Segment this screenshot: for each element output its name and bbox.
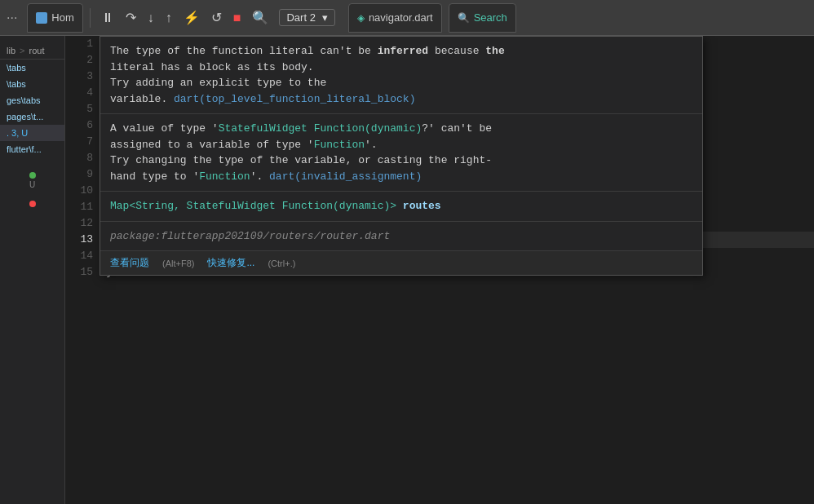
breadcrumb-rout: rout xyxy=(29,46,45,55)
dart-version-label: Dart 2 xyxy=(286,11,315,24)
step-into-button[interactable]: ↓ xyxy=(144,7,158,29)
search-button[interactable]: 🔍 xyxy=(248,7,272,29)
pause-button[interactable]: ⏸ xyxy=(97,7,118,29)
tooltip-s1-line4: variable. dart(top_level_function_litera… xyxy=(110,91,692,108)
sidebar-item-5-label: flutter\f... xyxy=(7,144,42,154)
tooltip-s1-line3: Try adding an explicit type to the xyxy=(110,75,692,91)
tooltip-actions[interactable]: 查看问题 (Alt+F8) 快速修复... (Ctrl+.) xyxy=(100,251,702,275)
status-dot-green xyxy=(29,172,36,179)
sidebar-item-0[interactable]: \tabs xyxy=(0,60,64,76)
tooltip-s2-line1: A value of type 'StatefulWidget Function… xyxy=(110,121,692,137)
tooltip-section-1: The type of the function literal can't b… xyxy=(100,37,702,114)
tooltip-popup: The type of the function literal can't b… xyxy=(100,36,703,276)
tooltip-section-2: A value of type 'StatefulWidget Function… xyxy=(100,114,702,192)
search-tab[interactable]: 🔍 Search xyxy=(449,3,516,33)
status-dot-red xyxy=(29,201,36,207)
sep1 xyxy=(90,8,91,28)
line-num-9: 9 xyxy=(65,166,93,183)
dart-selector-arrow: ▾ xyxy=(322,11,328,24)
home-tab[interactable]: Hom xyxy=(27,3,82,33)
line-num-14: 14 xyxy=(65,248,93,264)
tooltip-s1-code-ref: dart(top_level_function_literal_block) xyxy=(174,93,415,105)
editor: The type of the function literal can't b… xyxy=(65,36,814,504)
home-tab-icon xyxy=(36,12,47,24)
search-tab-label: Search xyxy=(474,11,507,24)
sidebar-item-4[interactable]: . 3, U xyxy=(0,125,64,141)
line-num-11: 11 xyxy=(65,199,93,215)
tooltip-s2-line3: Try changing the type of the variable, o… xyxy=(110,153,692,169)
home-tab-label: Hom xyxy=(51,11,73,24)
tooltip-s3-var: routes xyxy=(396,200,441,212)
sidebar-item-1[interactable]: \tabs xyxy=(0,76,64,92)
line-num-2: 2 xyxy=(65,52,93,69)
tooltip-section-3: Map<String, StatefulWidget Function(dyna… xyxy=(100,192,702,222)
toolbar: ··· Hom ⏸ ↷ ↓ ↑ ⚡ ↺ ■ 🔍 Dart 2 ▾ ◈ navig… xyxy=(0,0,814,36)
step-over-button[interactable]: ↷ xyxy=(122,7,140,29)
line-num-7: 7 xyxy=(65,134,93,150)
line-numbers: 1 2 3 4 5 6 7 8 9 10 11 12 13 14 15 xyxy=(65,36,100,504)
sidebar: lib > rout \tabs \tabs ges\tabs pages\t.… xyxy=(0,36,65,504)
breadcrumb: lib > rout xyxy=(0,42,64,60)
tooltip-the: the xyxy=(485,45,504,57)
line-num-13: 13 xyxy=(65,232,93,248)
step-out-button[interactable]: ↑ xyxy=(161,7,176,29)
line-num-6: 6 xyxy=(65,117,93,134)
restart-button[interactable]: ↺ xyxy=(207,7,226,29)
tooltip-s3-type: Map<String, StatefulWidget Function(dyna… xyxy=(110,200,396,212)
dart-version-selector[interactable]: Dart 2 ▾ xyxy=(279,9,334,26)
tooltip-s1-line2: literal has a block as its body. xyxy=(110,60,692,76)
navigator-tab[interactable]: ◈ navigator.dart xyxy=(348,3,442,33)
nav-tab-label: navigator.dart xyxy=(369,11,433,24)
quick-fix-shortcut: (Ctrl+.) xyxy=(268,259,295,268)
line-num-5: 5 xyxy=(65,101,93,117)
sidebar-item-3[interactable]: pages\t... xyxy=(0,108,64,125)
sidebar-item-1-label: \tabs xyxy=(7,79,26,89)
search-tab-icon: 🔍 xyxy=(458,12,470,24)
tooltip-section-4: package:flutterapp202109/routers/router.… xyxy=(100,222,702,252)
line-num-15: 15 xyxy=(65,264,93,281)
breadcrumb-sep1: > xyxy=(20,46,27,55)
tooltip-s2-line2: assigned to a variable of type 'Function… xyxy=(110,137,692,153)
tooltip-inferred: inferred xyxy=(378,45,428,57)
more-options-button[interactable]: ··· xyxy=(7,11,17,25)
tooltip-s2-type1: StatefulWidget Function(dynamic) xyxy=(219,122,422,135)
status-dot-green-label: U xyxy=(0,180,64,189)
stop-button[interactable]: ■ xyxy=(229,7,246,29)
line-num-8: 8 xyxy=(65,150,93,166)
resume-button[interactable]: ⚡ xyxy=(179,7,204,29)
line-num-10: 10 xyxy=(65,183,93,199)
tooltip-s2-type3: Function xyxy=(199,170,250,183)
tooltip-s2-code-ref: dart(invalid_assignment) xyxy=(269,170,422,183)
sidebar-item-3-label: pages\t... xyxy=(7,112,43,122)
tooltip-s2-line4: hand type to 'Function'. dart(invalid_as… xyxy=(110,169,692,185)
line-num-3: 3 xyxy=(65,69,93,85)
quick-fix-link[interactable]: 快速修复... xyxy=(207,256,254,270)
tooltip-s1-line1: The type of the function literal can't b… xyxy=(110,43,692,60)
tooltip-s4-package: package:flutterapp202109/routers/router.… xyxy=(110,228,692,245)
tooltip-s3-signature: Map<String, StatefulWidget Function(dyna… xyxy=(110,198,692,214)
tooltip-s2-type2: Function xyxy=(314,139,365,151)
nav-tab-icon: ◈ xyxy=(357,12,365,24)
line-num-4: 4 xyxy=(65,85,93,101)
sidebar-item-5[interactable]: flutter\f... xyxy=(0,141,64,157)
line-num-12: 12 xyxy=(65,215,93,232)
sidebar-item-2-label: ges\tabs xyxy=(7,95,41,105)
sidebar-item-0-label: \tabs xyxy=(7,63,26,73)
view-problem-link[interactable]: 查看问题 xyxy=(110,256,149,270)
main-area: lib > rout \tabs \tabs ges\tabs pages\t.… xyxy=(0,36,814,504)
breadcrumb-lib: lib xyxy=(7,46,15,55)
line-num-1: 1 xyxy=(65,36,93,52)
sidebar-item-4-label: . 3, U xyxy=(7,128,28,138)
view-problem-shortcut: (Alt+F8) xyxy=(162,259,194,268)
sidebar-item-2[interactable]: ges\tabs xyxy=(0,92,64,108)
